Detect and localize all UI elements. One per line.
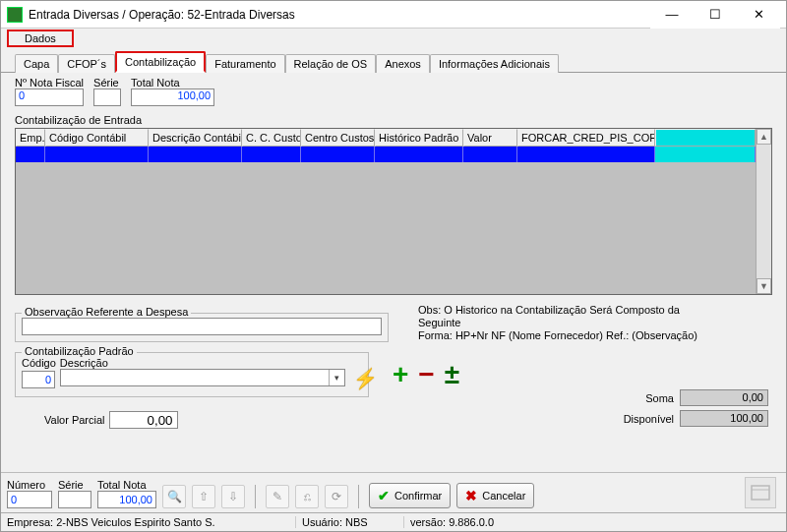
tool-2-icon[interactable]: ⎌ xyxy=(295,485,319,508)
menubar: Dados xyxy=(1,29,786,48)
add-button[interactable]: + xyxy=(393,359,408,390)
bottom-toolbar: Número Série Total Nota 🔍 ⇧ ⇩ ✎ ⎌ ⟳ ✔ Co… xyxy=(1,472,786,512)
serie-value xyxy=(93,89,121,106)
plusminus-button[interactable]: ± xyxy=(445,359,459,390)
bb-serie-label: Série xyxy=(58,479,91,491)
x-icon: ✖ xyxy=(465,488,477,503)
svg-rect-0 xyxy=(752,486,769,500)
statusbar: Empresa: 2-NBS Veiculos Espirito Santo S… xyxy=(1,512,786,531)
status-empresa: Empresa: 2-NBS Veiculos Espirito Santo S… xyxy=(1,516,296,528)
valor-parcial-label: Valor Parcial xyxy=(44,414,105,426)
disponivel-value: 100,00 xyxy=(680,410,768,427)
obs-input[interactable] xyxy=(22,318,382,335)
contab-padrao-group: Contabilização Padrão Código Descrição ▾… xyxy=(15,352,369,397)
totalnota-label: Total Nota xyxy=(131,77,214,89)
status-versao: versão: 9.886.0.0 xyxy=(404,516,786,528)
contapad-legend: Contabilização Padrão xyxy=(22,345,137,357)
module-icon[interactable] xyxy=(745,477,776,508)
col-forcar[interactable]: FORCAR_CRED_PIS_COFINS xyxy=(517,129,655,147)
cancelar-button[interactable]: ✖ Cancelar xyxy=(456,483,534,508)
tab-capa[interactable]: Capa xyxy=(15,54,58,73)
maximize-button[interactable]: ☐ xyxy=(694,1,737,29)
nav-search-icon[interactable]: 🔍 xyxy=(162,485,186,508)
col-cc-custo[interactable]: C. C. Custo xyxy=(242,129,301,147)
codigo-label: Código xyxy=(22,357,56,369)
serie-label: Série xyxy=(93,77,121,89)
totals-panel: Soma 0,00 Disponível 100,00 xyxy=(624,389,768,431)
grid-scrollbar[interactable]: ▲ ▼ xyxy=(756,129,771,294)
grid-header: Emp. Código Contábil Descrição Contábil … xyxy=(16,129,756,147)
disponivel-label: Disponível xyxy=(624,413,674,425)
remove-button[interactable]: − xyxy=(418,359,434,390)
tab-contabilizacao[interactable]: Contabilização xyxy=(115,51,206,73)
col-valor[interactable]: Valor xyxy=(463,129,517,147)
descricao-label: Descrição xyxy=(60,357,345,369)
tab-relacao-os[interactable]: Relação de OS xyxy=(285,54,377,73)
bb-numero-input[interactable] xyxy=(7,491,52,508)
tab-anexos[interactable]: Anexos xyxy=(376,54,430,73)
grid-body[interactable] xyxy=(16,147,756,294)
confirmar-button[interactable]: ✔ Confirmar xyxy=(369,483,451,508)
menu-dados[interactable]: Dados xyxy=(7,30,74,47)
tab-cfops[interactable]: CFOP´s xyxy=(58,54,115,73)
obs-legend: Observação Referente a Despesa xyxy=(22,306,191,318)
col-centro-custos[interactable]: Centro Custos xyxy=(301,129,375,147)
tab-info-adicionais[interactable]: Informações Adicionais xyxy=(430,54,559,73)
check-icon: ✔ xyxy=(378,488,390,503)
col-blank xyxy=(655,129,756,147)
soma-label: Soma xyxy=(645,392,674,404)
minimize-button[interactable]: — xyxy=(650,1,694,29)
scroll-up-icon[interactable]: ▲ xyxy=(757,129,771,145)
nf-value: 0 xyxy=(15,89,84,106)
grid-row[interactable] xyxy=(16,147,756,162)
titlebar: Entrada Diversas / Operação: 52-Entrada … xyxy=(1,1,786,29)
app-window: Entrada Diversas / Operação: 52-Entrada … xyxy=(0,0,787,532)
totalnota-value: 100,00 xyxy=(131,89,214,106)
bolt-icon[interactable]: ⚡ xyxy=(353,367,378,390)
bb-numero-label: Número xyxy=(7,479,52,491)
bb-totalnota-input[interactable] xyxy=(97,491,156,508)
tabs: Capa CFOP´s Contabilização Faturamento R… xyxy=(1,48,786,73)
app-icon xyxy=(7,7,23,23)
valor-parcial-input[interactable] xyxy=(109,411,178,429)
bb-serie-input[interactable] xyxy=(58,491,91,508)
nav-down-icon[interactable]: ⇩ xyxy=(221,485,245,508)
window-title: Entrada Diversas / Operação: 52-Entrada … xyxy=(29,8,650,22)
col-codigo-contabil[interactable]: Código Contábil xyxy=(45,129,149,147)
grid-caption: Contabilização de Entrada xyxy=(15,114,772,126)
soma-value: 0,00 xyxy=(680,389,768,406)
descricao-combo[interactable]: ▾ xyxy=(60,369,345,386)
obs-note: Obs: O Historico na Contabilização Será … xyxy=(418,304,713,343)
chevron-down-icon[interactable]: ▾ xyxy=(329,370,344,385)
status-usuario: Usuário: NBS xyxy=(296,516,404,528)
nf-label: Nº Nota Fiscal xyxy=(15,77,84,89)
obs-group: Observação Referente a Despesa xyxy=(15,313,389,342)
nav-up-icon[interactable]: ⇧ xyxy=(192,485,215,508)
tool-3-icon[interactable]: ⟳ xyxy=(325,485,348,508)
tab-faturamento[interactable]: Faturamento xyxy=(206,54,284,73)
scroll-down-icon[interactable]: ▼ xyxy=(757,278,771,294)
contab-grid[interactable]: Emp. Código Contábil Descrição Contábil … xyxy=(15,128,772,295)
col-descricao-contabil[interactable]: Descrição Contábil xyxy=(149,129,242,147)
col-emp[interactable]: Emp. xyxy=(16,129,45,147)
close-button[interactable]: ✕ xyxy=(737,1,780,29)
bb-totalnota-label: Total Nota xyxy=(97,479,156,491)
codigo-input[interactable] xyxy=(22,371,55,388)
tool-1-icon[interactable]: ✎ xyxy=(266,485,289,508)
col-historico-padrao[interactable]: Histórico Padrão xyxy=(375,129,463,147)
